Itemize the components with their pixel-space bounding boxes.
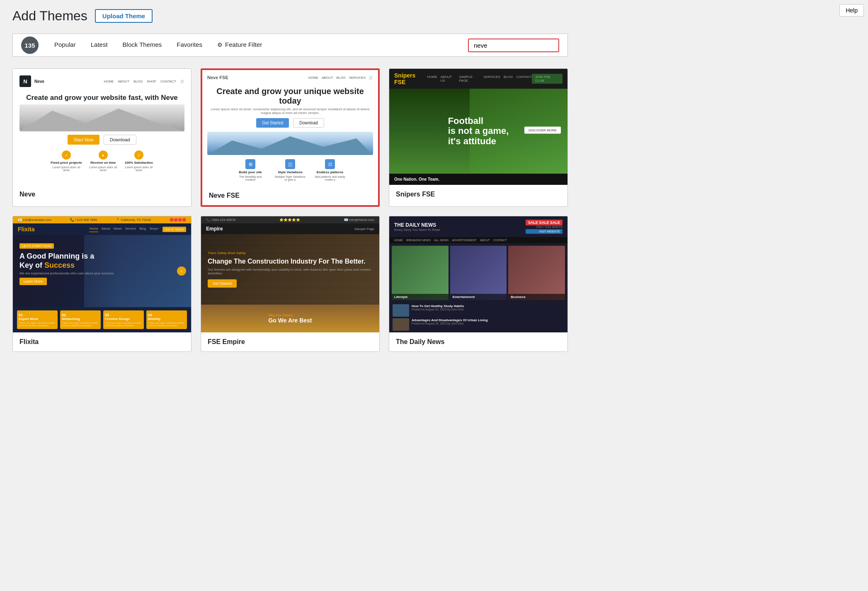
dailynews-logo: THE DAILY NEWS bbox=[394, 222, 440, 228]
flixita-arrow-icon[interactable]: › bbox=[177, 266, 186, 276]
empire-hero-text: Change The Construction Industry For The… bbox=[208, 257, 373, 265]
empire-hero-sub: Our themes are designed with functionali… bbox=[208, 268, 373, 275]
theme-grid: N Neve HOMEABOUTBLOGSHOPCONTACT🛒 Create … bbox=[12, 68, 568, 352]
theme-count-badge: 135 bbox=[21, 36, 39, 54]
nevefse-build-icon: ⊞ bbox=[245, 159, 255, 169]
theme-card-fse-empire[interactable]: 📞 +099-123-45678 ⭐⭐⭐⭐⭐ 📧 info@theme.com … bbox=[201, 216, 380, 352]
filter-tabs: Popular Latest Block Themes Favorites ⚙ … bbox=[47, 34, 468, 57]
flixita-hero-sub: We are experienced professionals who car… bbox=[19, 271, 184, 275]
dailynews-tagline: Every Story You Need To Read bbox=[394, 228, 440, 232]
nevefse-mountain-graphic bbox=[207, 132, 373, 155]
neve-preview: N Neve HOMEABOUTBLOGSHOPCONTACT🛒 Create … bbox=[13, 69, 191, 185]
snipers-theme-name: Snipers FSE bbox=[389, 185, 567, 204]
empire-theme-name: FSE Empire bbox=[201, 332, 379, 351]
search-input[interactable] bbox=[468, 39, 559, 52]
filter-bar: 135 Popular Latest Block Themes Favorite… bbox=[12, 34, 568, 57]
flixita-theme-name: Flixita bbox=[13, 332, 191, 351]
nevefse-style-icon: ◫ bbox=[285, 159, 295, 169]
snipers-logo: Snipers FSE bbox=[394, 72, 427, 85]
tab-popular[interactable]: Popular bbox=[47, 34, 83, 57]
tab-block-themes[interactable]: Block Themes bbox=[115, 34, 170, 57]
flixita-feat-1: 01 Expert Work There are many variations… bbox=[17, 310, 58, 329]
flixita-feat-4: 04 Mobility There are many variations wo… bbox=[146, 310, 187, 329]
dailynews-article-1: How To Get Healthy Study Habits Posted o… bbox=[393, 304, 564, 317]
dailynews-entertainment-cell: Entertainment bbox=[450, 246, 507, 300]
dailynews-lifestyle-cell: Lifestyle bbox=[392, 246, 449, 300]
nevefse-feature-2: ◫ Style Variations Multiple Style Variat… bbox=[274, 159, 307, 181]
flixita-logo: Flixita bbox=[18, 226, 34, 233]
empire-brand: Empire bbox=[206, 226, 223, 232]
gear-icon: ⚙ bbox=[217, 41, 223, 48]
dailynews-preview: THE DAILY NEWS Every Story You Need To R… bbox=[389, 216, 567, 332]
dailynews-category-grid: Lifestyle Entertainment Business bbox=[389, 243, 567, 303]
snipers-discover-btn[interactable]: DISCOVER MORE bbox=[524, 126, 561, 133]
empire-preview: 📞 +099-123-45678 ⭐⭐⭐⭐⭐ 📧 info@theme.com … bbox=[201, 216, 379, 332]
theme-card-flixita[interactable]: 📧 info@example.com 📞 +123 456 7890 📍 Cal… bbox=[12, 216, 192, 352]
empire-why-sub: Go We Are Best bbox=[268, 317, 312, 324]
snipers-footer-title: One Nation. One Team. bbox=[394, 177, 563, 182]
neve-logo: N bbox=[19, 75, 31, 87]
empire-safety-tag: There Safety Work Safety bbox=[208, 251, 373, 255]
page-title: Add Themes bbox=[12, 8, 87, 24]
neve-headline: Create and grow your website fast, with … bbox=[26, 94, 178, 102]
flixita-hero-text: A Good Planning is a Key of Success bbox=[19, 252, 184, 270]
empire-cta-btn[interactable]: Get Started bbox=[208, 279, 237, 288]
nevefse-download-btn[interactable]: Download bbox=[293, 118, 324, 128]
neve-download-btn[interactable]: Download bbox=[104, 135, 136, 145]
neve-diamond-icon: ♦ bbox=[99, 150, 108, 160]
empire-why-label: Why Our Choice bbox=[268, 313, 312, 317]
theme-card-neve-fse[interactable]: Neve FSE HOMEABOUTBLOGSERVICES🛒 Create a… bbox=[201, 68, 380, 207]
neve-start-btn[interactable]: Start Now bbox=[68, 135, 99, 145]
flixita-preview: 📧 info@example.com 📞 +123 456 7890 📍 Cal… bbox=[13, 216, 191, 332]
nevefse-feature-3: ⊡ Endless patterns Add patterns and easi… bbox=[313, 159, 347, 181]
daily-news-theme-name: The Daily News bbox=[389, 332, 567, 351]
neve-feature-1: ✓ Fixed price projects Lorem ipsum dolor… bbox=[51, 150, 82, 172]
neve-fse-preview: Neve FSE HOMEABOUTBLOGSERVICES🛒 Create a… bbox=[202, 70, 378, 186]
help-button[interactable]: Help bbox=[839, 4, 864, 17]
nevefse-feature-1: ⊞ Build your site The flexibility and cr… bbox=[234, 159, 267, 181]
theme-card-snipers-fse[interactable]: Snipers FSE HOMEABOUT USSAMPLE PAGESERVI… bbox=[389, 68, 568, 207]
neve-fse-theme-name: Neve FSE bbox=[202, 186, 378, 205]
nevefse-sub: Lorem ipsum dolor sit amet, consectetur … bbox=[207, 107, 373, 115]
flixita-feat-2: 02 Networking There are many variations … bbox=[60, 310, 101, 329]
theme-card-daily-news[interactable]: THE DAILY NEWS Every Story You Need To R… bbox=[389, 216, 568, 352]
neve-check-icon: ✓ bbox=[62, 150, 71, 160]
flixita-learn-btn[interactable]: Learn More bbox=[19, 278, 47, 285]
dailynews-sale: SALE SALE SALE bbox=[526, 220, 563, 225]
neve-mountain-graphic bbox=[19, 104, 184, 131]
tab-feature-filter[interactable]: ⚙ Feature Filter bbox=[210, 34, 269, 57]
snipers-join-btn: JOIN THE CLUB bbox=[532, 74, 563, 84]
snipers-hero-text: Football is not a game, it's attitude bbox=[441, 109, 516, 153]
nevefse-headline: Create and grow your unique website toda… bbox=[207, 87, 373, 106]
nevefse-started-btn[interactable]: Get Started bbox=[256, 118, 289, 128]
nevefse-patterns-icon: ⊡ bbox=[325, 159, 335, 169]
tab-favorites[interactable]: Favorites bbox=[169, 34, 210, 57]
neve-theme-name: Neve bbox=[13, 185, 191, 204]
dailynews-article-2: Advantages And Disadvantages Of Urban Li… bbox=[393, 318, 564, 331]
neve-lightning-icon: ⚡ bbox=[134, 150, 143, 160]
flixita-feat-3: 03 Creative Design There are many variat… bbox=[103, 310, 144, 329]
theme-card-neve[interactable]: N Neve HOMEABOUTBLOGSHOPCONTACT🛒 Create … bbox=[12, 68, 192, 207]
neve-feature-2: ♦ Receive on time Lorem ipsum dolor sit … bbox=[89, 150, 118, 172]
page-header: Add Themes Upload Theme bbox=[12, 8, 568, 24]
dailynews-business-cell: Business bbox=[508, 246, 565, 300]
tab-latest[interactable]: Latest bbox=[83, 34, 115, 57]
neve-feature-3: ⚡ 100% Satisfaction Lorem ipsum dolor si… bbox=[124, 150, 153, 172]
flixita-badge: LET'S START NOW bbox=[19, 243, 54, 249]
dailynews-visit-btn[interactable]: VISIT WEBSITE bbox=[526, 229, 563, 234]
upload-theme-button[interactable]: Upload Theme bbox=[95, 9, 153, 23]
snipers-preview: Snipers FSE HOMEABOUT USSAMPLE PAGESERVI… bbox=[389, 69, 567, 185]
